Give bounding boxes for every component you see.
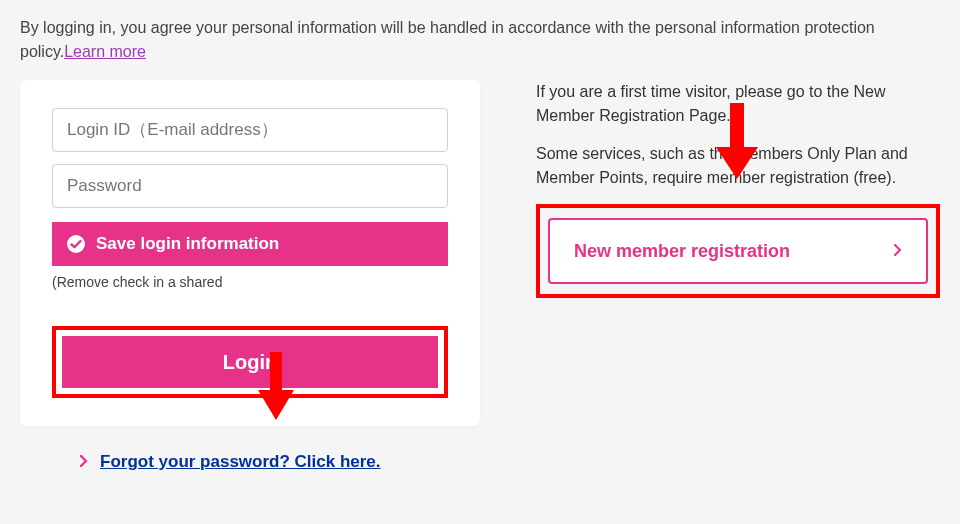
forgot-password-link[interactable]: Forgot your password? Click here.: [100, 452, 381, 472]
consent-text: By logging in, you agree your personal i…: [20, 16, 940, 64]
password-input[interactable]: [52, 164, 448, 208]
save-login-toggle[interactable]: Save login information: [52, 222, 448, 266]
register-button-label: New member registration: [574, 241, 790, 262]
svg-rect-1: [270, 352, 282, 392]
svg-rect-2: [730, 103, 744, 149]
save-login-label: Save login information: [96, 234, 279, 254]
login-id-input[interactable]: [52, 108, 448, 152]
arrow-down-icon: [258, 352, 294, 426]
chevron-right-icon: [894, 243, 902, 259]
checkmark-circle-icon: [66, 234, 86, 254]
save-hint: (Remove check in a shared: [52, 274, 448, 290]
login-button[interactable]: Login: [62, 336, 438, 388]
register-button-highlight: New member registration: [536, 204, 940, 298]
arrow-down-icon: [716, 103, 758, 185]
chevron-right-icon: [80, 455, 88, 470]
consent-body: By logging in, you agree your personal i…: [20, 19, 875, 60]
forgot-password-row: Forgot your password? Click here.: [20, 452, 940, 472]
login-card: Save login information (Remove check in …: [20, 80, 480, 426]
learn-more-link[interactable]: Learn more: [64, 43, 146, 60]
login-button-highlight: Login: [52, 326, 448, 398]
register-button[interactable]: New member registration: [548, 218, 928, 284]
